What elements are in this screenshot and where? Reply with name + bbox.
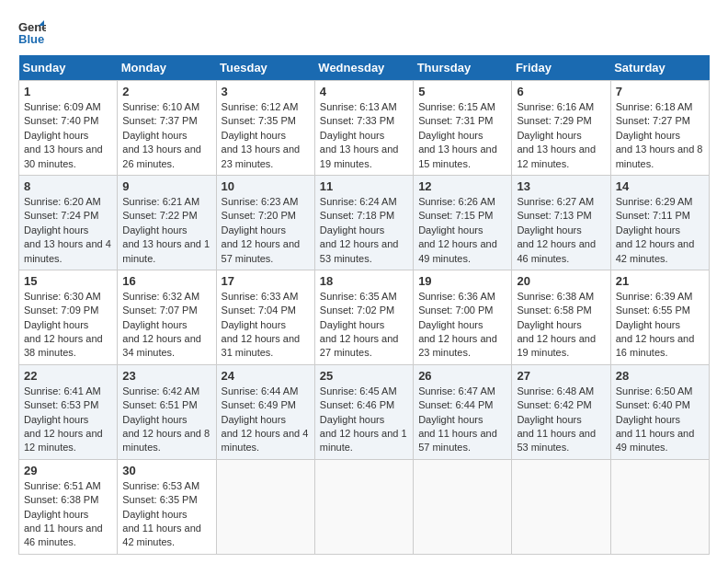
day-info: Sunrise: 6:10 AM Sunset: 7:37 PM Dayligh… bbox=[122, 100, 210, 171]
day-info: Sunrise: 6:51 AM Sunset: 6:38 PM Dayligh… bbox=[24, 479, 112, 550]
day-number: 14 bbox=[616, 179, 704, 193]
calendar-cell: 24 Sunrise: 6:44 AM Sunset: 6:49 PM Dayl… bbox=[216, 364, 314, 459]
day-number: 3 bbox=[222, 85, 310, 98]
page-header: General Blue bbox=[18, 18, 710, 46]
calendar-cell: 17 Sunrise: 6:33 AM Sunset: 7:04 PM Dayl… bbox=[216, 270, 314, 364]
day-number: 11 bbox=[320, 179, 408, 193]
day-number: 24 bbox=[222, 369, 310, 383]
day-number: 2 bbox=[122, 85, 210, 98]
col-header-sunday: Sunday bbox=[19, 55, 118, 81]
day-number: 10 bbox=[222, 179, 310, 193]
day-info: Sunrise: 6:20 AM Sunset: 7:24 PM Dayligh… bbox=[24, 195, 112, 266]
day-number: 13 bbox=[517, 179, 605, 193]
calendar-cell: 26 Sunrise: 6:47 AM Sunset: 6:44 PM Dayl… bbox=[414, 364, 512, 459]
day-info: Sunrise: 6:42 AM Sunset: 6:51 PM Dayligh… bbox=[122, 385, 210, 455]
calendar-cell: 16 Sunrise: 6:32 AM Sunset: 7:07 PM Dayl… bbox=[118, 270, 216, 364]
logo-icon: General Blue bbox=[18, 18, 46, 46]
day-info: Sunrise: 6:38 AM Sunset: 6:58 PM Dayligh… bbox=[517, 290, 605, 361]
day-info: Sunrise: 6:33 AM Sunset: 7:04 PM Dayligh… bbox=[222, 290, 310, 361]
svg-text:Blue: Blue bbox=[18, 32, 44, 46]
calendar-cell: 11 Sunrise: 6:24 AM Sunset: 7:18 PM Dayl… bbox=[314, 175, 413, 270]
calendar-cell: 5 Sunrise: 6:15 AM Sunset: 7:31 PM Dayli… bbox=[414, 81, 512, 176]
col-header-wednesday: Wednesday bbox=[314, 55, 413, 81]
day-info: Sunrise: 6:50 AM Sunset: 6:40 PM Dayligh… bbox=[616, 385, 704, 455]
day-number: 8 bbox=[24, 179, 112, 193]
day-info: Sunrise: 6:13 AM Sunset: 7:33 PM Dayligh… bbox=[320, 100, 408, 171]
day-number: 22 bbox=[24, 369, 112, 383]
calendar-cell: 23 Sunrise: 6:42 AM Sunset: 6:51 PM Dayl… bbox=[118, 364, 216, 459]
week-row: 8 Sunrise: 6:20 AM Sunset: 7:24 PM Dayli… bbox=[19, 175, 710, 270]
week-row: 15 Sunrise: 6:30 AM Sunset: 7:09 PM Dayl… bbox=[19, 270, 710, 364]
day-info: Sunrise: 6:18 AM Sunset: 7:27 PM Dayligh… bbox=[616, 100, 704, 171]
day-info: Sunrise: 6:44 AM Sunset: 6:49 PM Dayligh… bbox=[222, 385, 310, 455]
day-number: 19 bbox=[418, 274, 506, 288]
day-info: Sunrise: 6:32 AM Sunset: 7:07 PM Dayligh… bbox=[122, 290, 210, 361]
calendar-cell: 7 Sunrise: 6:18 AM Sunset: 7:27 PM Dayli… bbox=[610, 81, 709, 176]
calendar-cell bbox=[512, 459, 610, 554]
day-number: 29 bbox=[24, 464, 112, 477]
day-info: Sunrise: 6:36 AM Sunset: 7:00 PM Dayligh… bbox=[418, 290, 506, 361]
day-number: 23 bbox=[122, 369, 210, 383]
calendar-cell: 22 Sunrise: 6:41 AM Sunset: 6:53 PM Dayl… bbox=[19, 364, 118, 459]
calendar-cell bbox=[610, 459, 709, 554]
col-header-saturday: Saturday bbox=[610, 55, 709, 81]
day-number: 12 bbox=[418, 179, 506, 193]
calendar-cell: 2 Sunrise: 6:10 AM Sunset: 7:37 PM Dayli… bbox=[118, 81, 216, 176]
week-row: 1 Sunrise: 6:09 AM Sunset: 7:40 PM Dayli… bbox=[19, 81, 710, 176]
week-row: 29 Sunrise: 6:51 AM Sunset: 6:38 PM Dayl… bbox=[19, 459, 710, 554]
day-number: 30 bbox=[122, 464, 210, 477]
day-number: 16 bbox=[122, 274, 210, 288]
day-number: 20 bbox=[517, 274, 605, 288]
calendar-cell: 30 Sunrise: 6:53 AM Sunset: 6:35 PM Dayl… bbox=[118, 459, 216, 554]
calendar-table: SundayMondayTuesdayWednesdayThursdayFrid… bbox=[18, 55, 710, 555]
day-info: Sunrise: 6:15 AM Sunset: 7:31 PM Dayligh… bbox=[418, 100, 506, 171]
day-info: Sunrise: 6:09 AM Sunset: 7:40 PM Dayligh… bbox=[24, 100, 112, 171]
day-info: Sunrise: 6:30 AM Sunset: 7:09 PM Dayligh… bbox=[24, 290, 112, 361]
day-number: 4 bbox=[320, 85, 408, 98]
calendar-cell: 6 Sunrise: 6:16 AM Sunset: 7:29 PM Dayli… bbox=[512, 81, 610, 176]
calendar-cell bbox=[314, 459, 413, 554]
calendar-cell: 28 Sunrise: 6:50 AM Sunset: 6:40 PM Dayl… bbox=[610, 364, 709, 459]
header-row: SundayMondayTuesdayWednesdayThursdayFrid… bbox=[19, 55, 710, 81]
calendar-cell: 29 Sunrise: 6:51 AM Sunset: 6:38 PM Dayl… bbox=[19, 459, 118, 554]
col-header-tuesday: Tuesday bbox=[216, 55, 314, 81]
day-info: Sunrise: 6:24 AM Sunset: 7:18 PM Dayligh… bbox=[320, 195, 408, 266]
calendar-cell bbox=[216, 459, 314, 554]
calendar-cell: 14 Sunrise: 6:29 AM Sunset: 7:11 PM Dayl… bbox=[610, 175, 709, 270]
calendar-cell: 4 Sunrise: 6:13 AM Sunset: 7:33 PM Dayli… bbox=[314, 81, 413, 176]
day-info: Sunrise: 6:53 AM Sunset: 6:35 PM Dayligh… bbox=[122, 479, 210, 550]
calendar-cell: 9 Sunrise: 6:21 AM Sunset: 7:22 PM Dayli… bbox=[118, 175, 216, 270]
day-info: Sunrise: 6:16 AM Sunset: 7:29 PM Dayligh… bbox=[517, 100, 605, 171]
calendar-cell: 20 Sunrise: 6:38 AM Sunset: 6:58 PM Dayl… bbox=[512, 270, 610, 364]
day-number: 28 bbox=[616, 369, 704, 383]
day-info: Sunrise: 6:41 AM Sunset: 6:53 PM Dayligh… bbox=[24, 385, 112, 455]
day-info: Sunrise: 6:39 AM Sunset: 6:55 PM Dayligh… bbox=[616, 290, 704, 361]
day-info: Sunrise: 6:23 AM Sunset: 7:20 PM Dayligh… bbox=[222, 195, 310, 266]
week-row: 22 Sunrise: 6:41 AM Sunset: 6:53 PM Dayl… bbox=[19, 364, 710, 459]
day-number: 5 bbox=[418, 85, 506, 98]
logo: General Blue bbox=[18, 18, 50, 46]
col-header-monday: Monday bbox=[118, 55, 216, 81]
calendar-cell: 1 Sunrise: 6:09 AM Sunset: 7:40 PM Dayli… bbox=[19, 81, 118, 176]
day-number: 9 bbox=[122, 179, 210, 193]
calendar-cell: 21 Sunrise: 6:39 AM Sunset: 6:55 PM Dayl… bbox=[610, 270, 709, 364]
calendar-cell bbox=[414, 459, 512, 554]
day-info: Sunrise: 6:35 AM Sunset: 7:02 PM Dayligh… bbox=[320, 290, 408, 361]
calendar-cell: 19 Sunrise: 6:36 AM Sunset: 7:00 PM Dayl… bbox=[414, 270, 512, 364]
day-number: 25 bbox=[320, 369, 408, 383]
day-number: 1 bbox=[24, 85, 112, 98]
day-info: Sunrise: 6:48 AM Sunset: 6:42 PM Dayligh… bbox=[517, 385, 605, 455]
calendar-cell: 13 Sunrise: 6:27 AM Sunset: 7:13 PM Dayl… bbox=[512, 175, 610, 270]
day-info: Sunrise: 6:29 AM Sunset: 7:11 PM Dayligh… bbox=[616, 195, 704, 266]
col-header-thursday: Thursday bbox=[414, 55, 512, 81]
day-number: 26 bbox=[418, 369, 506, 383]
day-number: 27 bbox=[517, 369, 605, 383]
day-number: 6 bbox=[517, 85, 605, 98]
day-info: Sunrise: 6:26 AM Sunset: 7:15 PM Dayligh… bbox=[418, 195, 506, 266]
day-info: Sunrise: 6:21 AM Sunset: 7:22 PM Dayligh… bbox=[122, 195, 210, 266]
calendar-cell: 3 Sunrise: 6:12 AM Sunset: 7:35 PM Dayli… bbox=[216, 81, 314, 176]
day-info: Sunrise: 6:45 AM Sunset: 6:46 PM Dayligh… bbox=[320, 385, 408, 455]
day-number: 15 bbox=[24, 274, 112, 288]
col-header-friday: Friday bbox=[512, 55, 610, 81]
calendar-cell: 15 Sunrise: 6:30 AM Sunset: 7:09 PM Dayl… bbox=[19, 270, 118, 364]
